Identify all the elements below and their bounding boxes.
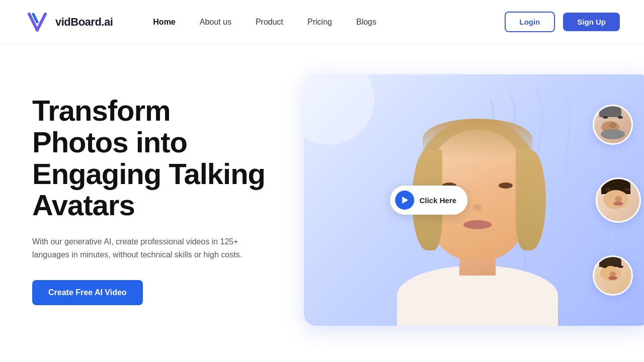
hero-section: Transform Photos into Engaging Talking A…	[0, 44, 644, 326]
nav-link-home[interactable]: Home	[153, 18, 175, 26]
nav-item-about[interactable]: About us	[200, 18, 231, 27]
nav-link-about[interactable]: About us	[200, 18, 231, 26]
nav-item-home[interactable]: Home	[153, 18, 175, 27]
nav-actions: Login Sign Up	[505, 12, 620, 32]
nav-item-product[interactable]: Product	[256, 18, 283, 27]
logo[interactable]: vidBoard.ai	[24, 9, 113, 35]
side-avatar-2	[596, 177, 641, 223]
logo-text: vidBoard.ai	[55, 16, 113, 29]
signup-button[interactable]: Sign Up	[563, 13, 620, 31]
click-here-button[interactable]: Click Here	[390, 186, 467, 215]
play-icon	[395, 191, 415, 210]
hero-heading: Transform Photos into Engaging Talking A…	[32, 95, 274, 221]
main-avatar	[402, 110, 553, 326]
video-card: Click Here	[304, 74, 644, 326]
nav-item-blogs[interactable]: Blogs	[356, 18, 376, 27]
nav-link-product[interactable]: Product	[256, 18, 283, 26]
cta-button[interactable]: Create Free AI Video	[32, 280, 143, 305]
play-triangle	[403, 197, 409, 204]
nav-item-pricing[interactable]: Pricing	[307, 18, 332, 27]
nav-links: Home About us Product Pricing Blogs	[153, 18, 376, 27]
nav-link-blogs[interactable]: Blogs	[356, 18, 376, 26]
logo-icon	[24, 9, 50, 35]
hero-right: Click Here	[304, 74, 644, 326]
navbar: vidBoard.ai Home About us Product Pricin…	[0, 0, 644, 44]
click-here-label: Click Here	[420, 196, 456, 205]
login-button[interactable]: Login	[505, 12, 555, 32]
side-avatar-1	[593, 105, 633, 145]
nav-link-pricing[interactable]: Pricing	[307, 18, 332, 26]
bg-decor-circle	[304, 74, 374, 145]
hero-subtext: With our generative AI, create professio…	[32, 235, 244, 262]
hero-left: Transform Photos into Engaging Talking A…	[32, 95, 274, 305]
side-avatar-3	[593, 255, 633, 296]
